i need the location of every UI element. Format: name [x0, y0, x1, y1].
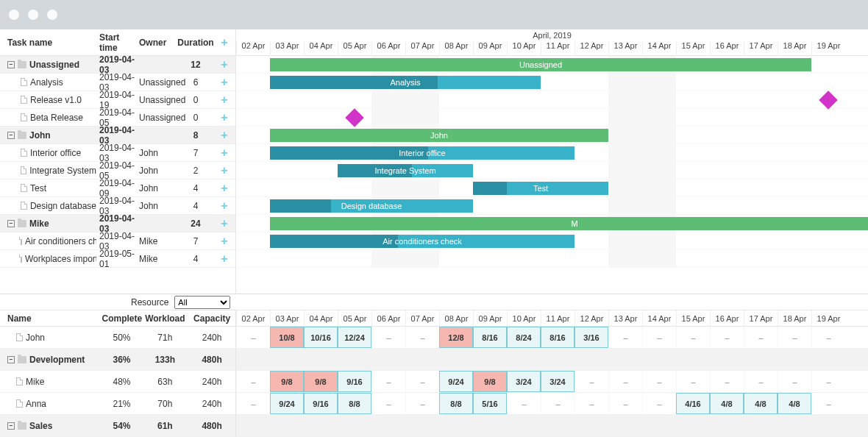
milestone-marker[interactable] [819, 90, 837, 109]
gantt-task-bar[interactable]: Design database [270, 199, 473, 213]
workload-cell[interactable]: – [405, 327, 439, 348]
workload-cell[interactable]: – [371, 371, 405, 392]
gantt-task-row[interactable]: Air conditioners check2019-04-03Mike7+ [0, 232, 235, 250]
resource-group-row[interactable]: −Sales54%61h480h [0, 415, 235, 437]
expand-toggle-icon[interactable]: − [7, 132, 15, 139]
gantt-task-bar[interactable]: Test [473, 182, 608, 195]
expand-toggle-icon[interactable]: − [7, 220, 15, 227]
timeline-row[interactable]: M [236, 215, 868, 232]
window-dot-1[interactable] [9, 10, 19, 20]
workload-cell[interactable]: – [405, 393, 439, 414]
gantt-timeline[interactable]: April, 2019 02 Apr03 Apr04 Apr05 Apr06 A… [236, 29, 868, 294]
workload-cell[interactable]: – [744, 327, 778, 348]
timeline-row[interactable] [236, 91, 868, 109]
add-task-button[interactable]: + [221, 199, 227, 212]
gantt-group-bar[interactable]: Unassigned [270, 58, 811, 71]
gantt-task-row[interactable]: Interior office2019-04-03John7+ [0, 144, 235, 162]
workload-cell[interactable]: – [574, 371, 608, 392]
workload-cell[interactable]: – [608, 327, 642, 348]
workload-cell[interactable]: 9/24 [439, 371, 473, 392]
resource-row[interactable]: Anna21%70h240h [0, 393, 235, 415]
workload-cell[interactable]: – [642, 393, 676, 414]
workload-cell[interactable]: – [676, 371, 710, 392]
add-task-button[interactable]: + [221, 182, 227, 194]
gantt-task-row[interactable]: Beta Release2019-04-05Unassigned0+ [0, 109, 235, 127]
workload-cell[interactable]: 4/8 [710, 393, 744, 414]
workload-cell[interactable]: 8/8 [338, 393, 371, 414]
workload-cell[interactable]: – [507, 393, 541, 414]
add-task-button[interactable]: + [221, 93, 227, 106]
workload-cell[interactable]: 3/24 [507, 371, 541, 392]
workload-cell[interactable]: 8/8 [439, 393, 473, 414]
add-task-button[interactable]: + [221, 58, 227, 71]
gantt-task-bar[interactable]: Integrate System [338, 164, 473, 177]
resource-grid-right[interactable]: 02 Apr03 Apr04 Apr05 Apr06 Apr07 Apr08 A… [236, 310, 868, 437]
timeline-row[interactable]: Interior office [236, 144, 868, 162]
workload-cell[interactable]: 9/16 [304, 393, 338, 414]
workload-cell[interactable]: – [642, 371, 676, 392]
expand-toggle-icon[interactable]: − [7, 422, 15, 430]
workload-cell[interactable]: 10/8 [270, 327, 304, 348]
workload-cell[interactable]: – [642, 327, 676, 348]
workload-cell[interactable]: 12/8 [439, 327, 473, 348]
add-column-button[interactable]: + [221, 36, 227, 49]
add-task-button[interactable]: + [221, 217, 227, 230]
timeline-row[interactable] [236, 250, 868, 268]
gantt-task-row[interactable]: Analysis2019-04-03Unassigned6+ [0, 74, 235, 91]
workload-cell[interactable]: 5/16 [473, 393, 507, 414]
resource-filter-select[interactable]: All [174, 296, 230, 309]
workload-cell[interactable]: – [778, 371, 811, 392]
window-dot-2[interactable] [28, 10, 38, 20]
gantt-task-row[interactable]: Release v1.02019-04-19Unassigned0+ [0, 91, 235, 109]
timeline-row[interactable] [236, 109, 868, 127]
timeline-row[interactable]: Design database [236, 197, 868, 215]
expand-toggle-icon[interactable]: − [7, 356, 15, 363]
workload-cell[interactable]: – [236, 327, 270, 348]
workload-cell[interactable]: – [811, 327, 845, 348]
gantt-group-row[interactable]: −Unassigned2019-04-0312+ [0, 56, 235, 74]
add-task-button[interactable]: + [221, 235, 227, 247]
workload-cell[interactable]: – [405, 371, 439, 392]
workload-cell[interactable]: – [811, 371, 845, 392]
workload-cell[interactable]: 12/24 [338, 327, 371, 348]
resource-row[interactable]: Mike48%63h240h [0, 371, 235, 393]
workload-cell[interactable]: 4/8 [744, 393, 778, 414]
gantt-task-bar[interactable]: Analysis [270, 76, 541, 89]
add-task-button[interactable]: + [221, 129, 227, 141]
expand-toggle-icon[interactable]: − [7, 61, 15, 68]
workload-cell[interactable]: – [236, 393, 270, 414]
workload-cell[interactable]: 4/8 [778, 393, 811, 414]
add-task-button[interactable]: + [221, 111, 227, 124]
workload-cell[interactable]: – [371, 327, 405, 348]
workload-cell[interactable]: – [676, 327, 710, 348]
workload-cell[interactable]: 9/8 [304, 371, 338, 392]
workload-cell[interactable]: 9/8 [270, 371, 304, 392]
workload-cell[interactable]: – [574, 393, 608, 414]
gantt-task-row[interactable]: Design database2019-04-03John4+ [0, 197, 235, 215]
workload-cell[interactable]: 8/16 [473, 327, 507, 348]
workload-cell[interactable]: – [236, 371, 270, 392]
workload-cell[interactable]: – [541, 393, 574, 414]
gantt-task-row[interactable]: Workplaces importation2019-05-01Mike4+ [0, 250, 235, 268]
workload-cell[interactable]: 9/24 [270, 393, 304, 414]
gantt-group-bar[interactable]: John [270, 129, 608, 142]
workload-cell[interactable]: – [608, 371, 642, 392]
workload-cell[interactable]: – [811, 393, 845, 414]
workload-cell[interactable]: 8/24 [507, 327, 541, 348]
add-task-button[interactable]: + [221, 76, 227, 88]
workload-cell[interactable]: 4/16 [676, 393, 710, 414]
workload-cell[interactable]: 9/16 [338, 371, 371, 392]
timeline-row[interactable]: Integrate System [236, 162, 868, 180]
resource-group-row[interactable]: −Development36%133h480h [0, 349, 235, 371]
add-task-button[interactable]: + [221, 164, 227, 177]
gantt-task-row[interactable]: Test2019-04-09John4+ [0, 180, 235, 197]
workload-cell[interactable]: – [744, 371, 778, 392]
window-dot-3[interactable] [47, 10, 57, 20]
workload-cell[interactable]: 9/8 [473, 371, 507, 392]
workload-cell[interactable]: – [371, 393, 405, 414]
gantt-task-row[interactable]: Integrate System2019-04-05John2+ [0, 162, 235, 180]
timeline-row[interactable]: Test [236, 180, 868, 197]
gantt-task-bar[interactable]: Interior office [270, 146, 574, 160]
timeline-row[interactable]: John [236, 127, 868, 144]
workload-cell[interactable]: – [710, 371, 744, 392]
